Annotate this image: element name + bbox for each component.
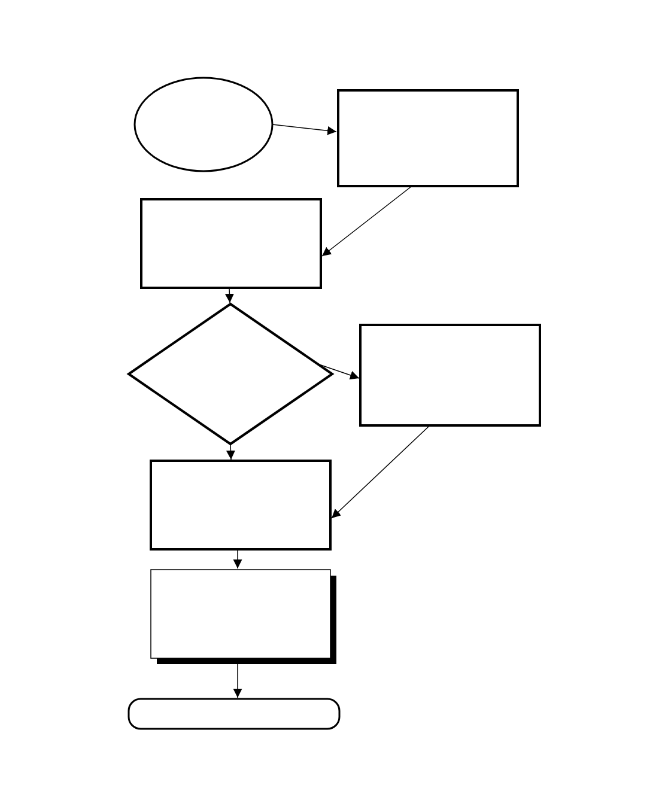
start-node [135,78,272,171]
flowchart-canvas [0,0,668,812]
process-box-2 [141,199,321,288]
decision-node [129,304,332,444]
arrow-start-to-box1 [272,124,336,132]
arrow-box3-to-box4 [332,425,430,518]
arrow-box2-to-decision [229,288,230,303]
end-node [129,699,339,729]
process-box-4 [151,461,330,549]
process-box-1 [338,90,518,186]
shadow-box [151,570,330,658]
arrow-decision-to-box4 [230,444,231,460]
arrow-box1-to-box2 [322,186,412,256]
process-box-3 [360,325,540,425]
